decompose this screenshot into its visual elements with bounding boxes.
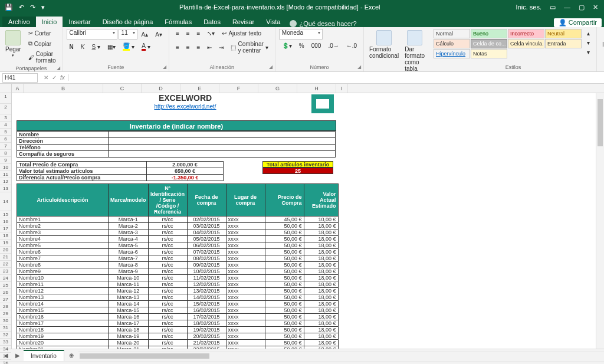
minimize-icon[interactable]: — xyxy=(560,2,574,12)
row-header-24[interactable]: 24 xyxy=(0,275,11,282)
inv-cell[interactable]: Marca-18 xyxy=(109,327,149,333)
inv-cell[interactable]: rs/cc xyxy=(148,333,187,340)
info-value[interactable] xyxy=(109,132,336,138)
row-header-21[interactable]: 21 xyxy=(0,254,11,261)
align-top-button[interactable]: ≡ xyxy=(173,29,182,38)
launcher-icon[interactable]: ◢ xyxy=(269,64,273,70)
inv-cell[interactable]: xxxx xyxy=(226,242,265,249)
row-header-15[interactable]: 15 xyxy=(0,211,11,218)
inv-cell[interactable]: Marca-2 xyxy=(109,223,149,229)
inv-cell[interactable]: Nombre7 xyxy=(17,255,109,262)
inv-cell[interactable]: 50,00 € xyxy=(265,314,304,320)
inv-cell[interactable]: Marca-19 xyxy=(109,333,149,340)
align-middle-button[interactable]: ≡ xyxy=(183,29,193,38)
row-header-3[interactable]: 3 xyxy=(0,114,11,122)
enter-formula-icon[interactable]: ✓ xyxy=(52,74,57,81)
format-painter-button[interactable]: 🖌Copiar formato xyxy=(25,50,59,65)
inv-cell[interactable]: Marca-6 xyxy=(109,249,149,255)
inv-cell[interactable]: Nombre8 xyxy=(17,262,109,268)
inv-cell[interactable]: 18/02/2015 xyxy=(187,320,226,327)
inv-cell[interactable]: xxxx xyxy=(226,307,265,314)
format-table-button[interactable]: Dar formato como tabla xyxy=(403,29,426,73)
inv-cell[interactable]: 50,00 € xyxy=(265,275,304,281)
inv-cell[interactable]: 45,00 € xyxy=(265,217,304,223)
row-header-16[interactable]: 16 xyxy=(0,218,11,225)
row-header-5[interactable]: 5 xyxy=(0,129,11,136)
shrink-font-button[interactable]: A▾ xyxy=(152,30,165,39)
style-celda-de-co-[interactable]: Celda de co... xyxy=(471,39,507,48)
col-header-C[interactable]: C xyxy=(103,84,142,93)
inv-cell[interactable]: Marca-1 xyxy=(109,217,149,223)
inv-cell[interactable]: 50,00 € xyxy=(265,327,304,333)
inv-cell[interactable]: 21/02/2015 xyxy=(187,340,226,346)
tab-insertar[interactable]: Insertar xyxy=(63,17,96,27)
inv-cell[interactable]: rs/cc xyxy=(148,307,187,314)
sheet-tab-inventario[interactable]: Inventario xyxy=(24,350,64,361)
style-notas[interactable]: Notas xyxy=(471,49,507,58)
copy-button[interactable]: ⧉Copiar xyxy=(25,39,59,48)
inv-cell[interactable]: Marca-15 xyxy=(109,307,149,314)
row-header-18[interactable]: 18 xyxy=(0,232,11,240)
row-header-4[interactable]: 4 xyxy=(0,122,11,129)
orientation-button[interactable]: ⤡▾ xyxy=(204,29,218,38)
redo-icon[interactable]: ↷ xyxy=(28,2,38,12)
inv-cell[interactable]: xxxx xyxy=(226,275,265,281)
styles-more-icon[interactable]: ▾ xyxy=(584,48,593,57)
inv-cell[interactable]: Nombre9 xyxy=(17,268,109,275)
inv-cell[interactable]: Nombre11 xyxy=(17,281,109,288)
row-header-29[interactable]: 29 xyxy=(0,310,11,317)
save-icon[interactable]: 💾 xyxy=(2,2,15,12)
conditional-format-button[interactable]: Formato condicional xyxy=(367,29,401,60)
wrap-text-button[interactable]: ↩Ajustar texto xyxy=(219,29,264,38)
inv-cell[interactable]: Marca-12 xyxy=(109,288,149,294)
inv-cell[interactable]: xxxx xyxy=(226,320,265,327)
inv-cell[interactable]: Marca-13 xyxy=(109,294,149,301)
col-header-A[interactable]: A xyxy=(12,84,24,93)
inv-cell[interactable]: 50,00 € xyxy=(265,281,304,288)
inv-cell[interactable]: 18,00 € xyxy=(304,275,338,281)
inv-cell[interactable]: 18,00 € xyxy=(304,255,338,262)
inv-cell[interactable]: 50,00 € xyxy=(265,242,304,249)
inv-cell[interactable]: Nombre16 xyxy=(17,314,109,320)
inv-cell[interactable]: 10/02/2015 xyxy=(187,268,226,275)
row-headers[interactable]: 1234567891011121314151617181920212223242… xyxy=(0,93,12,349)
inv-header[interactable]: Precio de Compra xyxy=(265,184,304,217)
style-entrada[interactable]: Entrada xyxy=(545,39,582,48)
inv-cell[interactable]: 50,00 € xyxy=(265,294,304,301)
qat-more-icon[interactable]: ▾ xyxy=(39,2,47,12)
inv-cell[interactable]: Marca-21 xyxy=(109,346,149,349)
inv-cell[interactable]: 50,00 € xyxy=(265,229,304,236)
inv-cell[interactable]: 13/02/2015 xyxy=(187,288,226,294)
inv-cell[interactable]: Nombre18 xyxy=(17,327,109,333)
inv-cell[interactable]: 50,00 € xyxy=(265,333,304,340)
fill-color-button[interactable]: 🪣▾ xyxy=(120,41,137,52)
inv-cell[interactable]: Marca-11 xyxy=(109,281,149,288)
inv-cell[interactable]: 18,00 € xyxy=(304,327,338,333)
inv-cell[interactable]: 18,00 € xyxy=(304,229,338,236)
inv-cell[interactable]: Nombre10 xyxy=(17,275,109,281)
bold-button[interactable]: N xyxy=(67,42,77,51)
italic-button[interactable]: K xyxy=(78,42,88,51)
row-header-6[interactable]: 6 xyxy=(0,136,11,143)
inv-cell[interactable]: 08/02/2015 xyxy=(187,255,226,262)
inv-cell[interactable]: xxxx xyxy=(226,249,265,255)
inv-cell[interactable]: xxxx xyxy=(226,281,265,288)
tab-nav-prev-icon[interactable]: ◀ xyxy=(0,352,12,359)
cancel-formula-icon[interactable]: ✕ xyxy=(44,74,48,81)
inv-cell[interactable]: rs/cc xyxy=(148,314,187,320)
font-color-button[interactable]: A▾ xyxy=(139,41,153,52)
inv-cell[interactable]: 18,00 € xyxy=(304,242,338,249)
style-bueno[interactable]: Bueno xyxy=(471,29,507,38)
row-header-10[interactable]: 10 xyxy=(0,164,11,171)
inv-cell[interactable]: Marca-7 xyxy=(109,255,149,262)
row-header-30[interactable]: 30 xyxy=(0,317,11,324)
row-header-11[interactable]: 11 xyxy=(0,171,11,178)
inv-cell[interactable]: xxxx xyxy=(226,223,265,229)
launcher-icon[interactable]: ◢ xyxy=(163,64,166,70)
close-icon[interactable]: ✕ xyxy=(589,2,602,12)
inv-header[interactable]: Valor Actual Estimado xyxy=(304,184,338,217)
inv-cell[interactable]: 50,00 € xyxy=(265,255,304,262)
info-value[interactable] xyxy=(109,151,336,158)
inv-cell[interactable]: Marca-4 xyxy=(109,236,149,242)
tab-revisar[interactable]: Revisar xyxy=(226,17,260,27)
